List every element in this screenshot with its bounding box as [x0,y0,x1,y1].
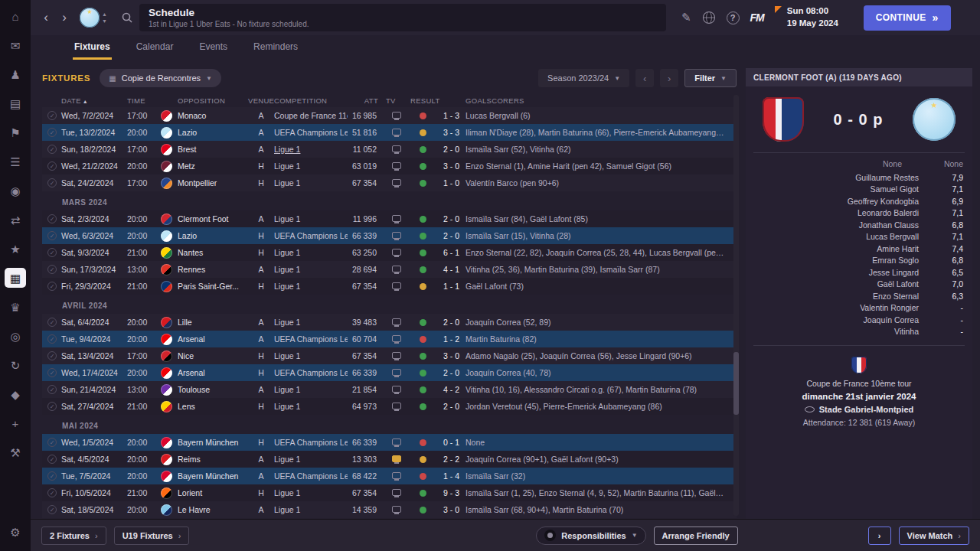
header-goalscorers[interactable]: GOALSCORERS [466,96,737,105]
competition-name[interactable]: Coupe de France 11è... [274,111,348,120]
sidebar-item-news[interactable]: ↻ [5,355,26,375]
fixture-row[interactable]: ✓ Sun, 18/2/2024 17:00 Brest A Ligue 1 1… [42,141,737,158]
fixture-row[interactable]: ✓ Sat, 24/2/2024 17:00 Montpellier H Lig… [42,174,737,191]
sidebar-item-club-info[interactable]: ◉ [5,181,26,201]
player-rating-row[interactable]: Jesse Lingard 6,5 [755,266,963,279]
world-icon[interactable] [702,11,716,24]
tab-calendar[interactable]: Calendar [135,35,175,60]
result-score[interactable]: 2 - 0 [426,214,466,223]
result-score[interactable]: 1 - 1 [426,282,466,291]
result-score[interactable]: 3 - 0 [426,351,466,360]
fixture-row[interactable]: ✓ Wed, 6/3/2024 20:00 Lazio H UEFA Champ… [42,227,737,244]
sidebar-item-staff[interactable]: ⚒ [5,442,26,462]
competition-name[interactable]: UEFA Champions Le... [274,231,348,240]
opposition-name[interactable]: Le Havre [178,505,248,514]
view-match-button[interactable]: View Match › [899,527,969,545]
result-score[interactable]: 4 - 1 [426,265,466,274]
help-icon[interactable]: ? [727,11,740,24]
fixture-row[interactable]: ✓ Tue, 13/2/2024 20:00 Lazio A UEFA Cham… [42,124,737,141]
fixture-row[interactable]: ✓ Wed, 17/4/2024 20:00 Arsenal H UEFA Ch… [42,364,737,381]
opposition-name[interactable]: Paris Saint-Ger... [178,282,248,291]
opposition-name[interactable]: Montpellier [178,178,248,187]
opposition-name[interactable]: Bayern München [178,438,248,447]
opposition-name[interactable]: Lorient [178,488,248,497]
sidebar-item-finances[interactable]: ◆ [5,384,26,404]
fixture-row[interactable]: ✓ Fri, 29/3/2024 21:00 Paris Saint-Ger..… [42,278,737,295]
result-score[interactable]: 2 - 0 [426,318,466,327]
competition-name[interactable]: UEFA Champions Le... [274,368,348,377]
scrollbar-thumb[interactable] [733,352,739,416]
fixture-row[interactable]: ✓ Wed, 7/2/2024 17:00 Monaco A Coupe de … [42,107,737,124]
fixture-row[interactable]: ✓ Wed, 1/5/2024 20:00 Bayern München H U… [42,434,737,451]
search-icon[interactable] [121,11,133,24]
result-score[interactable]: 1 - 0 [426,178,466,187]
fixture-row[interactable]: ✓ Sat, 27/4/2024 21:00 Lens H Ligue 1 64… [42,398,737,415]
player-rating-row[interactable]: Amine Harit 7,4 [755,243,963,255]
opposition-name[interactable]: Nantes [178,248,248,257]
header-venue[interactable]: VENUE [248,96,274,105]
sidebar-item-training[interactable]: ⚑ [5,122,26,142]
result-score[interactable]: 1 - 4 [426,471,466,481]
tab-reminders[interactable]: Reminders [252,35,299,60]
player-rating-row[interactable]: Valentin Rongier - [755,302,963,315]
sidebar-item-home[interactable]: ⌂ [5,6,26,26]
sidebar-item-schedule[interactable]: ▦ [5,268,26,288]
fixture-row[interactable]: ✓ Tue, 7/5/2024 20:00 Bayern München A U… [42,468,737,484]
back-button[interactable]: ‹ [40,10,52,25]
opposition-name[interactable]: Reims [178,455,248,464]
tab-fixtures[interactable]: Fixtures [73,35,112,60]
arrange-friendly-button[interactable]: Arrange Friendly [654,527,738,545]
header-opposition[interactable]: OPPOSITION [178,96,248,105]
sidebar-item-development[interactable]: ★ [5,239,26,259]
sidebar-item-squad[interactable]: ♟ [5,64,26,84]
opposition-name[interactable]: Lazio [178,231,248,240]
competition-name[interactable]: Ligue 1 [274,282,348,291]
competition-name[interactable]: Ligue 1 [274,318,348,327]
result-score[interactable]: 3 - 3 [426,128,466,137]
sidebar-item-reports[interactable]: ☰ [5,152,26,171]
result-score[interactable]: 0 - 1 [426,438,466,447]
sidebar-item-competitions[interactable]: ♛ [5,297,26,317]
continue-button[interactable]: CONTINUE » [864,5,951,31]
header-competition[interactable]: COMPETITION [274,96,348,105]
competition-name[interactable]: Ligue 1 [274,214,348,223]
competition-name[interactable]: UEFA Champions Le... [274,334,348,344]
player-rating-row[interactable]: Vitinha - [755,326,963,338]
player-rating-row[interactable]: Gaël Lafont 7,0 [755,279,963,291]
competition-name[interactable]: UEFA Champions Le... [274,128,348,137]
result-score[interactable]: 2 - 0 [426,402,466,411]
player-rating-row[interactable]: Jonathan Clauss 6,8 [755,219,963,231]
competition-name[interactable]: Ligue 1 [274,248,348,257]
result-score[interactable]: 2 - 0 [426,231,466,240]
opposition-name[interactable]: Toulouse [178,385,248,394]
competition-name[interactable]: Ligue 1 [274,488,348,497]
result-score[interactable]: 6 - 1 [426,248,466,257]
sidebar-item-scouting[interactable]: ◎ [5,326,26,346]
competition-name[interactable]: Ligue 1 [274,351,348,360]
result-score[interactable]: 4 - 2 [426,385,466,394]
fixture-row[interactable]: ✓ Sat, 2/3/2024 20:00 Clermont Foot A Li… [42,210,737,227]
opposition-name[interactable]: Lens [178,402,248,411]
edit-icon[interactable]: ✎ [681,11,691,24]
opposition-name[interactable]: Rennes [178,265,248,274]
header-date[interactable]: DATE▲ [61,96,127,105]
next-season-button[interactable]: › [660,69,678,87]
next-panel-button[interactable]: › [868,527,891,545]
player-rating-row[interactable]: Joaquín Correa - [755,314,963,326]
player-rating-row[interactable]: Enzo Sternal 6,3 [755,290,963,302]
competition-name[interactable]: Ligue 1 [274,145,348,154]
player-rating-row[interactable]: Emran Soglo 6,8 [755,255,963,267]
result-score[interactable]: 2 - 2 [426,455,466,464]
match-panel-header[interactable]: CLERMONT FOOT (A) (119 DAYS AGO) [746,68,972,86]
result-score[interactable]: 3 - 0 [426,161,466,171]
competition-name[interactable]: Ligue 1 [274,402,348,411]
player-rating-row[interactable]: Leonardo Balerdi 7,1 [755,207,963,220]
view-dropdown[interactable]: ▦ Copie de Rencontres ▼ [100,69,221,87]
player-rating-row[interactable]: Guillaume Restes 7,9 [755,171,963,184]
fixtures-count-button[interactable]: 2 Fixtures › [41,527,106,545]
player-rating-row[interactable]: Samuel Gigot 7,1 [755,184,963,196]
opposition-name[interactable]: Clermont Foot [178,214,248,223]
season-dropdown[interactable]: Season 2023/24 ▼ [538,69,629,87]
opposition-name[interactable]: Arsenal [178,334,248,344]
result-score[interactable]: 2 - 0 [426,368,466,377]
